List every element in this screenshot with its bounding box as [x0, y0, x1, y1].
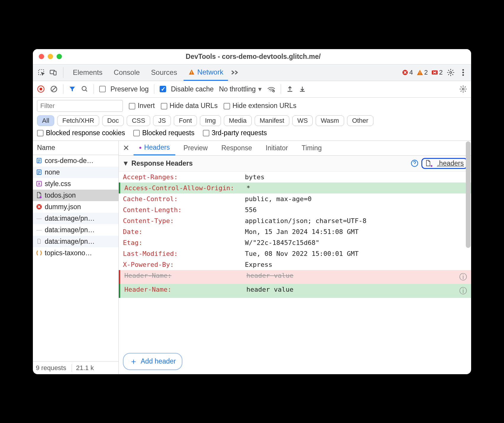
add-header-button[interactable]: ＋ Add header	[123, 353, 182, 370]
header-name: Header-Name:	[124, 286, 243, 296]
zoom-window[interactable]	[57, 54, 62, 59]
device-icon[interactable]	[48, 67, 58, 78]
hide-extension-urls-checkbox[interactable]: Hide extension URLs	[224, 102, 296, 110]
blocked-cookies-checkbox[interactable]: Blocked response cookies	[37, 129, 125, 137]
header-value: *	[246, 184, 250, 192]
svg-rect-2	[54, 71, 56, 75]
request-row[interactable]: todos.json	[33, 190, 118, 201]
header-name: Accept-Ranges:	[123, 173, 241, 181]
request-name: data:image/pn…	[45, 214, 95, 222]
svg-point-9	[450, 72, 452, 74]
header-value: Tue, 08 Nov 2022 15:00:01 GMT	[245, 250, 359, 257]
doc-icon	[36, 157, 42, 164]
request-row[interactable]: —data:image/pn…	[33, 224, 118, 236]
hide-data-urls-checkbox[interactable]: Hide data URLs	[161, 102, 218, 110]
chip-all[interactable]: All	[37, 115, 54, 126]
info-icon[interactable]: ⓘ	[459, 272, 467, 282]
chip-css[interactable]: CSS	[127, 115, 150, 126]
chip-wasm[interactable]: Wasm	[316, 115, 344, 126]
chip-fetchxhr[interactable]: Fetch/XHR	[57, 115, 99, 126]
main-tabbar: Elements Console Sources Network 4 2 2	[33, 64, 471, 81]
request-row[interactable]: —data:image/pn…	[33, 213, 118, 224]
tab-elements[interactable]: Elements	[68, 64, 107, 81]
header-row: Content-Length:556	[119, 204, 471, 215]
chip-doc[interactable]: Doc	[102, 115, 124, 126]
download-har-icon[interactable]	[299, 85, 306, 93]
tab-sources[interactable]: Sources	[146, 64, 182, 81]
tab-network[interactable]: Network	[184, 64, 228, 81]
blocked-requests-checkbox[interactable]: Blocked requests	[133, 129, 194, 137]
info-icon[interactable]: ⓘ	[459, 286, 467, 296]
scrollbar[interactable]	[466, 141, 471, 248]
chip-other[interactable]: Other	[347, 115, 373, 126]
chip-img[interactable]: Img	[200, 115, 221, 126]
error-counter[interactable]: 4	[402, 69, 413, 76]
network-toolbar: Preserve log Disable cache No throttling…	[33, 81, 471, 98]
search-icon[interactable]	[81, 85, 88, 93]
header-value: header value	[246, 272, 293, 282]
record-button[interactable]	[37, 85, 45, 93]
doc-icon	[36, 169, 42, 175]
svg-point-10	[462, 69, 464, 71]
settings-icon[interactable]	[446, 68, 455, 77]
request-row[interactable]: data:image/pn…	[33, 236, 118, 247]
tab-timing[interactable]: Timing	[296, 141, 327, 155]
help-icon[interactable]	[411, 159, 418, 167]
header-name: Content-Type:	[123, 217, 241, 225]
chip-media[interactable]: Media	[224, 115, 252, 126]
chip-ws[interactable]: WS	[292, 115, 313, 126]
chip-font[interactable]: Font	[174, 115, 197, 126]
request-row[interactable]: topics-taxono…	[33, 247, 118, 259]
close-window[interactable]	[39, 54, 44, 59]
headers-override-badge[interactable]: ● .headers	[421, 158, 468, 169]
name-column-header[interactable]: Name	[33, 141, 118, 155]
third-party-checkbox[interactable]: 3rd-party requests	[203, 129, 267, 137]
header-name: Access-Control-Allow-Origin:	[124, 184, 243, 192]
response-headers-section[interactable]: ▼ Response Headers ● .headers	[119, 156, 471, 172]
request-name: cors-demo-de…	[45, 157, 94, 165]
tab-headers[interactable]: Headers	[134, 141, 175, 155]
chip-manifest[interactable]: Manifest	[255, 115, 289, 126]
close-icon[interactable]: ✕	[122, 143, 131, 153]
preserve-log-checkbox[interactable]: Preserve log	[99, 85, 149, 93]
jsonmod-icon	[36, 192, 42, 198]
issue-counter[interactable]: 2	[431, 69, 443, 76]
invert-checkbox[interactable]: Invert	[129, 102, 155, 110]
resource-type-chips: AllFetch/XHRDocCSSJSFontImgMediaManifest…	[33, 114, 471, 129]
clear-button[interactable]	[50, 85, 58, 93]
dash-icon: —	[36, 227, 42, 233]
request-name: todos.json	[45, 191, 76, 199]
minimize-window[interactable]	[48, 54, 53, 59]
request-row[interactable]: none	[33, 167, 118, 178]
dash-icon: —	[36, 215, 42, 222]
header-name: X-Powered-By:	[123, 261, 241, 268]
svg-point-22	[40, 196, 42, 198]
detail-tabs: ✕ Headers Preview Response Initiator Tim…	[119, 141, 471, 156]
tab-console[interactable]: Console	[109, 64, 145, 81]
request-row[interactable]: style.css	[33, 178, 118, 190]
kebab-icon[interactable]	[459, 68, 468, 77]
tab-preview[interactable]: Preview	[178, 141, 213, 155]
warning-counter[interactable]: 2	[417, 69, 428, 76]
network-conditions-icon[interactable]	[267, 85, 275, 93]
filter-input[interactable]	[37, 100, 123, 112]
css-icon	[36, 180, 42, 187]
request-row[interactable]: dummy.json	[33, 201, 118, 213]
header-value: public, max-age=0	[245, 195, 312, 203]
panel-settings-icon[interactable]	[459, 85, 467, 93]
upload-har-icon[interactable]	[286, 85, 293, 93]
throttling-select[interactable]: No throttling ▾	[219, 85, 262, 93]
filter-icon[interactable]	[69, 85, 76, 93]
header-value: header value	[246, 286, 293, 296]
tab-initiator[interactable]: Initiator	[260, 141, 293, 155]
tab-response[interactable]: Response	[216, 141, 257, 155]
request-row[interactable]: cors-demo-de…	[33, 155, 118, 167]
inspect-icon[interactable]	[36, 67, 46, 78]
window-controls	[39, 54, 62, 59]
chip-js[interactable]: JS	[153, 115, 171, 126]
disable-cache-checkbox[interactable]: Disable cache	[160, 85, 214, 93]
svg-rect-3	[191, 71, 192, 73]
window-title: DevTools - cors-demo-devtools.glitch.me/	[68, 53, 439, 61]
header-row: X-Powered-By:Express	[119, 259, 471, 270]
more-tabs-icon[interactable]	[230, 67, 240, 78]
